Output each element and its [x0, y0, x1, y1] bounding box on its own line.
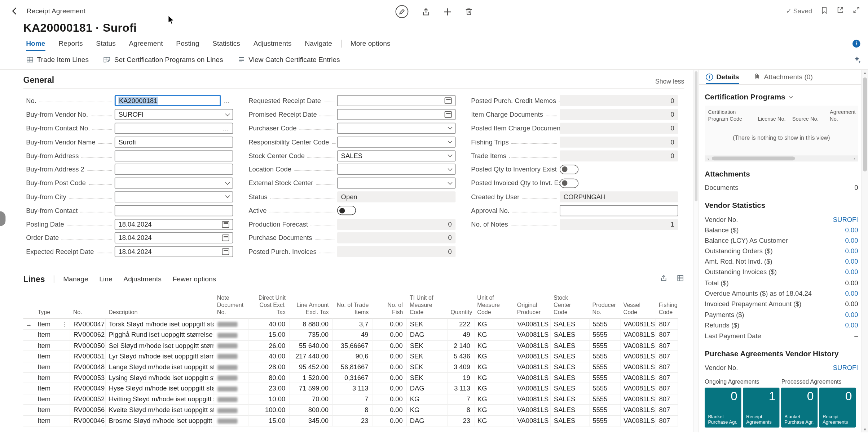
page-vertical-scrollbar[interactable]: ▲ ▼	[862, 70, 868, 432]
cell-stock-center-code[interactable]: SALES	[550, 340, 589, 351]
statistic-value[interactable]: 0.00	[841, 237, 858, 244]
cell-type[interactable]: Item	[34, 415, 70, 426]
cell-producer-no[interactable]: 5555	[589, 383, 620, 394]
responsibility-center-code-input[interactable]	[337, 137, 456, 148]
cell-original-producer[interactable]: VA0081LS	[514, 351, 550, 362]
cell-direct-unit-cost[interactable]: 26.00	[248, 340, 289, 351]
cell-stock-center-code[interactable]: SALES	[550, 351, 589, 362]
cell-no[interactable]: RV000051	[70, 351, 105, 362]
cell-description[interactable]: Lyr Sløyd m/hode iset uoppgitt størrelse…	[105, 351, 214, 362]
share-button[interactable]	[421, 7, 431, 16]
table-row[interactable]: Item RV000062 Pigghå Rund iset uoppgitt …	[23, 330, 677, 340]
cell-no-of-trade-items[interactable]: 8	[332, 405, 372, 415]
location-code-input[interactable]	[337, 164, 456, 175]
cell-original-producer[interactable]: VA0081LS	[514, 319, 550, 330]
cell-vessel-code[interactable]: VA0081LS	[620, 372, 655, 383]
cell-original-producer[interactable]: VA0081LS	[514, 394, 550, 405]
cell-vessel-code[interactable]: VA0081LS	[620, 383, 655, 394]
cell-producer-no[interactable]: 5555	[589, 415, 620, 426]
cell-note-document-no[interactable]	[214, 383, 248, 394]
scrollbar-thumb[interactable]	[695, 71, 698, 201]
promised-receipt-date-input[interactable]	[337, 109, 456, 120]
cell-note-document-no[interactable]	[214, 319, 248, 330]
cell-unit-of-measure[interactable]: KG	[474, 372, 514, 383]
purchase-documents-value[interactable]: 0	[337, 232, 456, 244]
calendar-icon[interactable]	[222, 235, 229, 241]
cell-no[interactable]: RV000046	[70, 415, 105, 426]
cell-line-amount[interactable]: 95 452.00	[289, 362, 332, 372]
cell-no-of-trade-items[interactable]: 49	[332, 330, 372, 340]
cell-ti-unit-of-measure[interactable]: SEK	[406, 340, 448, 351]
row-selector[interactable]	[23, 340, 34, 351]
cell-description[interactable]: Pigghå Rund iset uoppgitt størrelse A	[105, 330, 214, 340]
posted-purch-invoices-value[interactable]: 0	[337, 246, 456, 257]
no-assist-edit-button[interactable]: …	[221, 98, 233, 104]
tab-details[interactable]: i Details	[706, 70, 739, 84]
tab-attachments[interactable]: Attachments (0)	[753, 70, 813, 84]
cell-producer-no[interactable]: 5555	[589, 351, 620, 362]
cell-description[interactable]: Hyse Sløyd m/hode iset uoppgitt størrels…	[105, 383, 214, 394]
cell-ti-unit-of-measure[interactable]: KG	[406, 405, 448, 415]
cell-note-document-no[interactable]	[214, 372, 248, 383]
cell-producer-no[interactable]: 5555	[589, 405, 620, 415]
cell-no[interactable]: RV000052	[70, 394, 105, 405]
posted-qty-to-inventory-exist-toggle[interactable]	[560, 165, 578, 174]
cell-vessel-code[interactable]: VA0081LS	[620, 351, 655, 362]
cell-no-of-fish[interactable]: 0.00	[372, 351, 406, 362]
cell-line-amount[interactable]: 1 520.00	[289, 372, 332, 383]
cell-no-of-fish[interactable]: 0.00	[372, 340, 406, 351]
cell-stock-center-code[interactable]: SALES	[550, 372, 589, 383]
scroll-down-arrow[interactable]: ▼	[862, 428, 868, 432]
cue-tile[interactable]: 0 Blanket Purchase Agr.	[781, 388, 818, 428]
more-options-button[interactable]: More options	[351, 40, 391, 48]
row-menu-icon[interactable]: ⋮	[62, 319, 68, 329]
no-of-notes-value[interactable]: 1	[560, 219, 678, 230]
column-header[interactable]: No.	[70, 293, 105, 319]
cell-no[interactable]: RV000056	[70, 405, 105, 415]
lines-menu-item[interactable]: Fewer options	[173, 275, 216, 283]
cell-description[interactable]: Brosme Sløyd m/hode iset uoppgitt større…	[105, 415, 214, 426]
cell-direct-unit-cost[interactable]: 100.00	[248, 405, 289, 415]
lines-section-heading[interactable]: Lines	[23, 274, 45, 284]
table-row[interactable]: → Item⋮ RV000047 Torsk Sløyd m/hode iset…	[23, 319, 677, 330]
cell-direct-unit-cost[interactable]: 40.00	[248, 351, 289, 362]
column-header[interactable]: Unit of Measure Code	[474, 293, 514, 319]
buy-from-vendor-name-input[interactable]: Surofi	[115, 137, 233, 148]
statistic-value[interactable]: 0.00	[841, 268, 858, 276]
cell-original-producer[interactable]: VA0081LS	[514, 362, 550, 372]
cell-original-producer[interactable]: VA0081LS	[514, 383, 550, 394]
statistic-value[interactable]: SUROFI	[829, 215, 858, 223]
chevron-down-icon[interactable]	[448, 125, 453, 130]
column-header[interactable]: Type	[34, 293, 70, 319]
cell-ti-unit-of-measure[interactable]: SEK	[406, 319, 448, 330]
cue-tile[interactable]: 1 Receipt Agreements	[743, 388, 779, 428]
set-certification-programs-button[interactable]: Set Certification Programs on Lines	[103, 55, 223, 63]
cell-no-of-fish[interactable]: 0.00	[372, 405, 406, 415]
row-selector[interactable]	[23, 362, 34, 372]
cell-no[interactable]: RV000048	[70, 362, 105, 372]
menu-tab[interactable]: Posting	[176, 40, 199, 48]
cell-fishing-code[interactable]: 807	[656, 405, 678, 415]
cell-no-of-trade-items[interactable]: 23	[332, 415, 372, 426]
posted-item-charge-documents-value[interactable]: 0	[560, 123, 678, 134]
cell-no-of-fish[interactable]: 0.00	[372, 362, 406, 372]
cell-quantity[interactable]: 49	[447, 330, 474, 340]
share-lines-button[interactable]	[660, 274, 667, 284]
cell-ti-unit-of-measure[interactable]: SEK	[406, 372, 448, 383]
column-header[interactable]: Vessel Code	[620, 293, 655, 319]
cell-direct-unit-cost[interactable]: 10.00	[248, 394, 289, 405]
cell-line-amount[interactable]: 800.00	[289, 405, 332, 415]
scroll-right-arrow[interactable]: ›	[852, 156, 857, 161]
column-header[interactable]: TI Unit of Measure Code	[406, 293, 448, 319]
bookmark-button[interactable]	[820, 6, 828, 16]
cell-no-of-trade-items[interactable]: 3 113	[332, 383, 372, 394]
resize-window-button[interactable]	[852, 6, 860, 16]
cell-description[interactable]: Lange Sløyd m/hode iset uoppgitt størrel…	[105, 362, 214, 372]
order-date-input[interactable]: 18.04.2024	[115, 232, 233, 244]
cell-vessel-code[interactable]: VA0081LS	[620, 415, 655, 426]
cell-note-document-no[interactable]	[214, 415, 248, 426]
cell-no-of-trade-items[interactable]: 7	[332, 394, 372, 405]
cell-no[interactable]: RV000050	[70, 340, 105, 351]
cell-ti-unit-of-measure[interactable]: SEK	[406, 362, 448, 372]
row-selector[interactable]	[23, 351, 34, 362]
